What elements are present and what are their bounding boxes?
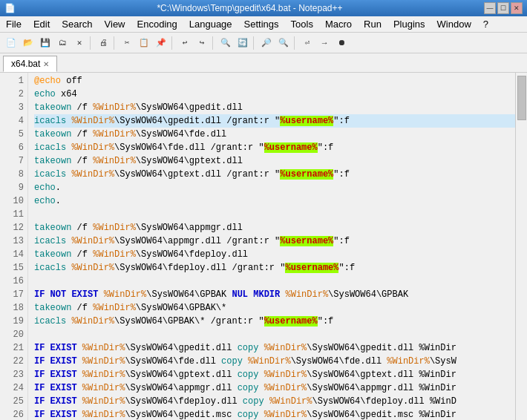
menu-encoding[interactable]: Encoding [131,17,183,31]
save-button[interactable]: 💾 [37,35,53,51]
print-button[interactable]: 🖨 [95,35,111,51]
line-number: 2 [0,88,24,101]
toolbar-sep-3 [171,36,174,50]
minimize-button[interactable]: — [484,2,496,14]
new-button[interactable]: 📄 [3,35,19,51]
line-number: 1 [0,74,24,88]
menu-plugins[interactable]: Plugins [387,17,431,31]
menu-file[interactable]: File [0,17,27,31]
tab-x64bat[interactable]: x64.bat ✕ [3,56,57,72]
tab-bar: x64.bat ✕ [0,53,527,73]
line-number: 26 [0,408,24,420]
code-line[interactable]: takeown /f %WinDir%\SysWOW64\GPBAK\* [34,301,515,315]
cut-button[interactable]: ✂ [119,35,135,51]
menu-run[interactable]: Run [358,17,387,31]
code-line[interactable]: IF EXIST %WinDir%\SysWOW64\gptext.dll co… [34,368,515,381]
code-line[interactable]: icacls %WinDir%\SysWOW64\fdeploy.dll /gr… [34,261,515,275]
tab-close-icon[interactable]: ✕ [43,60,49,68]
toolbar-sep-1 [90,36,93,50]
menu-help[interactable]: ? [477,17,494,31]
zoom-in-button[interactable]: 🔎 [258,35,275,51]
code-line[interactable]: takeown /f %WinDir%\SysWOW64\gpedit.dll [34,101,515,114]
copy-button[interactable]: 📋 [136,35,152,51]
title-bar: 📄 *C:\Windows\Temp\gpedit\x64.bat - Note… [0,0,527,16]
code-line[interactable]: IF EXIST %WinDir%\SysWOW64\gpedit.msc co… [34,408,515,420]
vertical-scrollbar[interactable] [515,73,527,420]
code-line[interactable]: takeown /f %WinDir%\SysWOW64\gptext.dll [34,154,515,168]
line-number: 20 [0,328,24,341]
find-button[interactable]: 🔍 [217,35,234,51]
code-line[interactable] [34,328,515,341]
code-line[interactable] [34,275,515,288]
code-line[interactable]: @echo off [34,74,515,88]
code-line[interactable]: IF NOT EXIST %WinDir%\SysWOW64\GPBAK NUL… [34,288,515,301]
tab-label: x64.bat [11,59,40,69]
line-number: 17 [0,288,24,301]
code-line[interactable]: IF EXIST %WinDir%\SysWOW64\fdeploy.dll c… [34,395,515,408]
code-line[interactable]: icacls %WinDir%\SysWOW64\gpedit.dll /gra… [34,114,515,128]
code-line[interactable]: icacls %WinDir%\SysWOW64\fde.dll /grant:… [34,141,515,154]
title-bar-icon: 📄 [4,3,16,13]
window-controls: — ☐ ✕ [484,2,523,14]
menu-tools[interactable]: Tools [285,17,319,31]
code-line[interactable]: IF EXIST %WinDir%\SysWOW64\appmgr.dll co… [34,381,515,395]
line-number: 12 [0,221,24,234]
open-button[interactable]: 📂 [20,35,36,51]
line-number: 21 [0,341,24,355]
close-button[interactable]: ✕ [511,2,523,14]
wrap-button[interactable]: ⏎ [299,35,315,51]
line-number: 22 [0,355,24,368]
menu-search[interactable]: Search [56,17,98,31]
code-line[interactable]: echo. [34,194,515,208]
code-line[interactable]: icacls %WinDir%\SysWOW64\gptext.dll /gra… [34,168,515,181]
code-line[interactable]: icacls %WinDir%\SysWOW64\appmgr.dll /gra… [34,234,515,248]
menu-window[interactable]: Window [431,17,477,31]
undo-button[interactable]: ↩ [177,35,193,51]
editor-scroll-area: 1234567891011121314151617181920212223242… [0,73,527,420]
code-line[interactable]: takeown /f %WinDir%\SysWOW64\appmgr.dll [34,221,515,234]
code-line[interactable]: takeown /f %WinDir%\SysWOW64\fdeploy.dll [34,248,515,261]
line-number: 8 [0,168,24,181]
line-number: 11 [0,208,24,221]
code-line[interactable]: IF EXIST %WinDir%\SysWOW64\gpedit.dll co… [34,341,515,355]
line-number: 5 [0,128,24,141]
close-file-button[interactable]: ✕ [71,35,88,51]
find-replace-button[interactable]: 🔄 [235,35,251,51]
line-number: 9 [0,181,24,194]
menu-macro[interactable]: Macro [319,17,358,31]
line-number: 16 [0,275,24,288]
line-number: 6 [0,141,24,154]
paste-button[interactable]: 📌 [153,35,169,51]
code-line[interactable]: IF EXIST %WinDir%\SysWOW64\fde.dll copy … [34,355,515,368]
code-line[interactable] [34,208,515,221]
menu-bar: File Edit Search View Encoding Language … [0,16,527,33]
menu-edit[interactable]: Edit [27,17,56,31]
line-number: 10 [0,194,24,208]
toolbar-sep-6 [294,36,297,50]
indent-button[interactable]: → [316,35,333,51]
line-number: 7 [0,154,24,168]
code-line[interactable]: echo. [34,181,515,194]
maximize-button[interactable]: ☐ [497,2,509,14]
redo-button[interactable]: ↪ [194,35,210,51]
line-number: 3 [0,101,24,114]
code-line[interactable]: icacls %WinDir%\SysWOW64\GPBAK\* /grant:… [34,315,515,328]
menu-settings[interactable]: Settings [238,17,285,31]
line-number: 23 [0,368,24,381]
macro-record-button[interactable]: ⏺ [333,35,350,51]
zoom-out-button[interactable]: 🔍 [275,35,292,51]
line-number: 14 [0,248,24,261]
line-number: 19 [0,315,24,328]
menu-language[interactable]: Language [183,17,238,31]
line-number: 15 [0,261,24,275]
save-all-button[interactable]: 🗂 [54,35,71,51]
toolbar-sep-5 [253,36,256,50]
vscroll-thumb[interactable] [517,76,526,120]
code-line[interactable]: echo x64 [34,88,515,101]
code-line[interactable]: takeown /f %WinDir%\SysWOW64\fde.dll [34,128,515,141]
code-area[interactable]: @echo offecho x64takeown /f %WinDir%\Sys… [28,73,515,420]
line-number: 4 [0,114,24,128]
menu-view[interactable]: View [99,17,131,31]
line-number: 18 [0,301,24,315]
line-numbers: 1234567891011121314151617181920212223242… [0,73,28,420]
